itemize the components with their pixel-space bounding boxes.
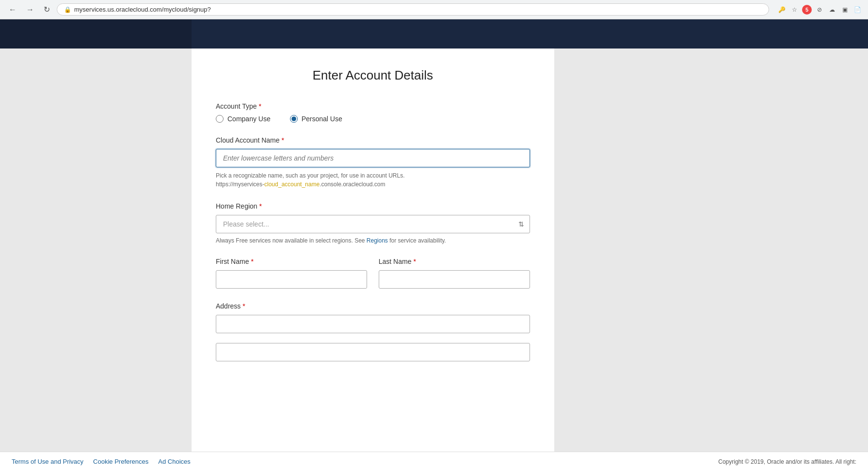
address-bar[interactable]: 🔒 myservices.us.oraclecloud.com/mycloud/… <box>57 3 769 16</box>
home-region-label: Home Region * <box>216 202 530 210</box>
right-space <box>554 49 868 452</box>
cookie-preferences-link[interactable]: Cookie Preferences <box>93 458 148 465</box>
cloud-account-name-label: Cloud Account Name * <box>216 136 530 144</box>
last-name-section: Last Name * <box>379 258 530 289</box>
company-use-label: Company Use <box>227 115 271 123</box>
block-icon[interactable]: ⊘ <box>815 5 824 15</box>
required-indicator: * <box>259 102 261 110</box>
footer-copyright: Copyright © 2019, Oracle and/or its affi… <box>718 458 856 465</box>
cloud-icon[interactable]: ☁ <box>827 5 837 15</box>
first-name-input[interactable] <box>216 270 367 289</box>
required-indicator: * <box>251 258 253 265</box>
home-region-section: Home Region * Please select... ⇅ Always … <box>216 202 530 244</box>
terms-link[interactable]: Terms of Use and Privacy <box>12 458 83 465</box>
page-title: Enter Account Details <box>216 68 530 83</box>
company-use-option[interactable]: Company Use <box>216 115 271 123</box>
name-row: First Name * Last Name * <box>216 258 530 289</box>
required-indicator: * <box>259 202 262 210</box>
footer-links: Terms of Use and Privacy Cookie Preferen… <box>12 458 191 465</box>
page-wrapper: Enter Account Details Account Type * Com… <box>0 19 868 471</box>
footer: Terms of Use and Privacy Cookie Preferen… <box>0 452 868 471</box>
home-region-select[interactable]: Please select... <box>216 215 530 233</box>
account-type-label: Account Type * <box>216 102 530 110</box>
address-label: Address * <box>216 302 530 310</box>
account-type-radio-group: Company Use Personal Use <box>216 115 530 123</box>
pdf-icon[interactable]: 📄 <box>852 5 862 15</box>
key-icon[interactable]: 🔑 <box>777 5 787 15</box>
browser-chrome: ← → ↻ 🔒 myservices.us.oraclecloud.com/my… <box>0 0 868 19</box>
top-bar-left <box>0 19 192 49</box>
reload-button[interactable]: ↻ <box>41 3 53 16</box>
cloud-account-name-section: Cloud Account Name * Pick a recognizable… <box>216 136 530 189</box>
last-name-input[interactable] <box>379 270 530 289</box>
ad-choices-link[interactable]: Ad Choices <box>158 458 190 465</box>
forward-button[interactable]: → <box>23 3 37 16</box>
cloud-account-name-variable[interactable]: cloud_account_name <box>264 181 320 188</box>
cloud-account-name-hint: Pick a recognizable name, such as your p… <box>216 171 530 189</box>
personal-use-label: Personal Use <box>302 115 342 123</box>
lock-icon: 🔒 <box>64 6 71 13</box>
personal-use-option[interactable]: Personal Use <box>290 115 342 123</box>
url-text: myservices.us.oraclecloud.com/mycloud/si… <box>74 6 211 13</box>
address-section: Address * <box>216 302 530 361</box>
company-use-radio[interactable] <box>216 115 224 123</box>
browser-toolbar: 🔑 ☆ 5 ⊘ ☁ ▣ 📄 <box>777 5 862 15</box>
sidebar <box>0 49 192 452</box>
account-type-section: Account Type * Company Use Personal Use <box>216 102 530 123</box>
back-button[interactable]: ← <box>6 3 19 16</box>
address-input-1[interactable] <box>216 315 530 333</box>
form-panel: Enter Account Details Account Type * Com… <box>192 49 554 452</box>
required-indicator: * <box>282 136 284 144</box>
top-bar <box>0 19 868 49</box>
regions-link[interactable]: Regions <box>367 237 388 244</box>
extension2-icon[interactable]: ▣ <box>840 5 850 15</box>
extension-icon[interactable]: 5 <box>802 5 812 15</box>
home-region-hint: Always Free services now available in se… <box>216 237 530 244</box>
main-content: Enter Account Details Account Type * Com… <box>0 49 868 452</box>
last-name-label: Last Name * <box>379 258 530 265</box>
first-name-section: First Name * <box>216 258 367 289</box>
personal-use-radio[interactable] <box>290 115 298 123</box>
required-indicator: * <box>413 258 416 265</box>
address-input-2[interactable] <box>216 343 530 361</box>
first-name-label: First Name * <box>216 258 367 265</box>
star-icon[interactable]: ☆ <box>789 5 799 15</box>
required-indicator: * <box>242 302 245 310</box>
home-region-select-wrapper: Please select... ⇅ <box>216 215 530 233</box>
cloud-account-name-input[interactable] <box>216 149 530 167</box>
